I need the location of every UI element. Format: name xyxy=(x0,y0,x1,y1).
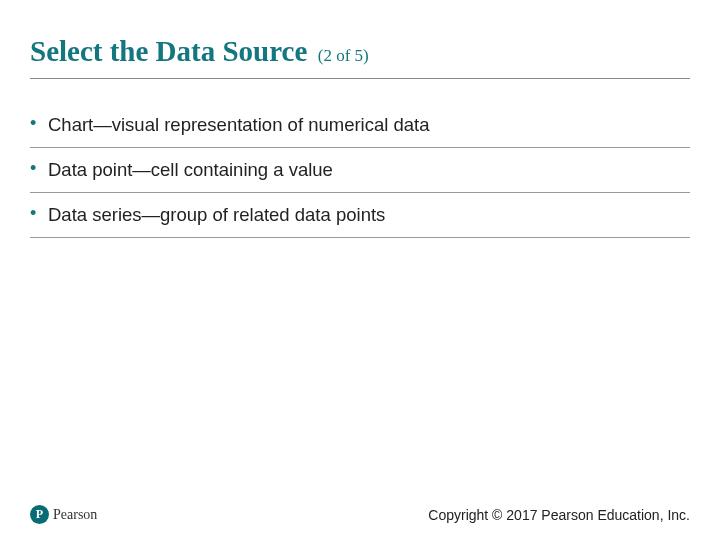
pearson-logo-icon: P xyxy=(30,505,49,524)
list-item: Data point—cell containing a value xyxy=(30,148,690,193)
title-block: Select the Data Source (2 of 5) xyxy=(30,35,690,79)
list-item: Data series—group of related data points xyxy=(30,193,690,238)
pearson-logo: P Pearson xyxy=(30,505,97,524)
slide-container: Select the Data Source (2 of 5) Chart—vi… xyxy=(0,0,720,540)
copyright-text: Copyright © 2017 Pearson Education, Inc. xyxy=(428,507,690,523)
pearson-logo-text: Pearson xyxy=(53,507,97,523)
footer: P Pearson Copyright © 2017 Pearson Educa… xyxy=(30,505,690,524)
list-item: Chart—visual representation of numerical… xyxy=(30,103,690,148)
slide-progress: (2 of 5) xyxy=(318,46,369,65)
slide-title: Select the Data Source xyxy=(30,35,307,67)
bullet-list: Chart—visual representation of numerical… xyxy=(30,103,690,238)
